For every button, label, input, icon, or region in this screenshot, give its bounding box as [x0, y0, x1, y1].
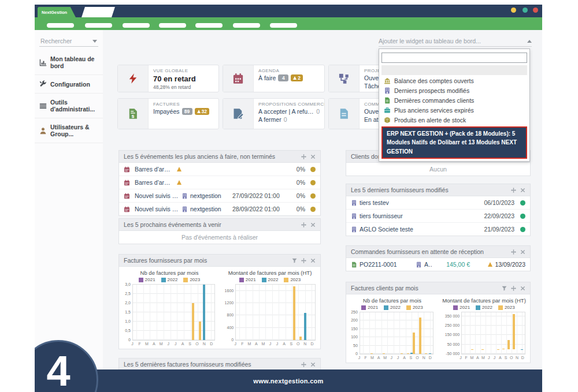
- menu-pill[interactable]: [47, 23, 74, 28]
- axis-label: O: [194, 342, 201, 346]
- legend-label: 2022: [168, 277, 178, 282]
- supplier-row[interactable]: tiers testev 06/10/2023: [346, 196, 530, 210]
- event-row[interactable]: Barres d'armature de fer 0%: [119, 163, 320, 176]
- gridline: [171, 285, 171, 340]
- kpi-box-propositions[interactable]: PROPOSITIONS COMMERCI... A accepter | A …: [223, 98, 325, 129]
- list-icon: [39, 102, 47, 110]
- menu-pill[interactable]: [195, 23, 223, 28]
- brand-tab[interactable]: NextGestion: [38, 7, 76, 17]
- menu-pill[interactable]: [85, 23, 112, 28]
- axis-tick-label: 0,5: [125, 328, 131, 333]
- company-link[interactable]: nextgestion: [190, 206, 221, 212]
- event-link[interactable]: Nouvel suivis des SAV crée - 1...: [135, 192, 181, 199]
- kpi-body: VUE GLOBALE 70 en retard 48,28% en retar…: [149, 65, 201, 92]
- kpi-box-factures[interactable]: FACTURES Impayées 89 32: [117, 98, 219, 129]
- move-icon[interactable]: [511, 249, 516, 255]
- proposals-close-link[interactable]: A fermer: [258, 116, 281, 123]
- order-ref-link[interactable]: PO2211-0001: [360, 261, 397, 268]
- menu-pill[interactable]: [233, 23, 260, 28]
- gridline: [486, 312, 486, 354]
- axis-label: D: [520, 356, 525, 360]
- kpi-body: FACTURES Impayées 89 32: [149, 99, 214, 129]
- close-icon[interactable]: [520, 249, 525, 255]
- supplier-row[interactable]: AGLO Societe teste 21/09/2023: [346, 223, 530, 236]
- order-row[interactable]: PO2211-0001 AGLO Societe teste 145,00 € …: [346, 258, 530, 271]
- axis-label: A: [179, 342, 186, 346]
- close-icon[interactable]: [310, 154, 316, 159]
- gridline: [272, 285, 273, 340]
- chart-title: Nb de factures par mois: [346, 297, 438, 304]
- move-icon[interactable]: [511, 188, 516, 193]
- event-link[interactable]: Nouvel suivis des SAV crée - 2...: [135, 206, 181, 212]
- event-row[interactable]: Nouvel suivis des SAV crée - 2... nextge…: [119, 203, 320, 215]
- footer-url[interactable]: www.nextgestion.com: [253, 378, 323, 384]
- x-axis: JFMAMJJASOND: [231, 341, 320, 349]
- gridline: [424, 312, 424, 354]
- supplier-link[interactable]: tiers testev: [360, 199, 389, 206]
- supplier-date: 21/09/2023: [469, 226, 514, 233]
- count-badge: 89: [182, 108, 192, 115]
- gridline: [462, 344, 525, 345]
- move-icon[interactable]: [301, 362, 306, 367]
- warning-triangle-icon: [177, 167, 181, 171]
- axis-tick-label: 800: [227, 313, 234, 317]
- main-content: VUE GLOBALE 70 en retard 48,28% en retar…: [103, 30, 542, 369]
- gridline: [253, 285, 253, 340]
- add-widget-dropdown: Balance des comptes ouverts Derniers pro…: [379, 48, 530, 162]
- menu-pill[interactable]: [270, 23, 297, 28]
- close-icon[interactable]: [310, 222, 316, 227]
- move-icon[interactable]: [301, 258, 306, 263]
- sidebar-item-users-groups[interactable]: Utilisateurs & Group...: [35, 118, 103, 143]
- filter-icon[interactable]: [502, 286, 507, 291]
- axis-tick-label: 2,0: [125, 301, 131, 305]
- supplier-link[interactable]: tiers fournisseur: [360, 212, 403, 219]
- kpi-box-vue-globale[interactable]: VUE GLOBALE 70 en retard 48,28% en retar…: [117, 65, 219, 92]
- dropdown-option-balance[interactable]: Balance des comptes ouverts: [381, 76, 527, 86]
- gridline: [236, 303, 315, 303]
- dropdown-option-services-expires[interactable]: Plus anciens services expirés: [381, 106, 527, 115]
- gridline: [360, 337, 433, 337]
- dropdown-option-alerte-stock[interactable]: Produits en alerte de stock: [381, 115, 527, 125]
- move-icon[interactable]: [301, 154, 306, 159]
- dropdown-option-prospects[interactable]: Derniers prospects modifiés: [381, 86, 527, 96]
- axis-tick-label: 150: [351, 326, 358, 330]
- sidebar-item-dashboard[interactable]: Mon tableau de bord: [35, 50, 103, 75]
- event-row[interactable]: Nouvel suivis des SAV crée - 1... nextge…: [119, 189, 320, 203]
- invoices-unpaid-link[interactable]: Impayées: [153, 108, 180, 115]
- move-icon[interactable]: [301, 222, 306, 227]
- sidebar-item-admin-tools[interactable]: Outils d'administrati...: [35, 94, 103, 118]
- chart-title: Montant de factures par mois (HT): [220, 270, 320, 276]
- event-row[interactable]: Barres d'armature de fer 0%: [119, 176, 320, 189]
- axis-label: M: [382, 356, 388, 360]
- legend-swatch: [262, 278, 266, 282]
- menu-pill[interactable]: [159, 23, 186, 28]
- company-link[interactable]: AGLO Societe teste: [424, 261, 432, 268]
- move-icon[interactable]: [511, 286, 516, 291]
- filter-icon[interactable]: [292, 258, 297, 263]
- dropdown-search-input[interactable]: [381, 53, 527, 63]
- search-select[interactable]: Rechercher: [39, 36, 98, 47]
- close-icon[interactable]: [520, 286, 525, 291]
- supplier-link[interactable]: AGLO Societe teste: [360, 226, 413, 233]
- erp-pack-banner[interactable]: ERP NEXT GESTION + (Pack de 18 Modules):…: [381, 126, 527, 159]
- close-icon[interactable]: [310, 258, 316, 263]
- proposals-accept-link[interactable]: A accepter | A refuser: [258, 108, 314, 115]
- supplier-row[interactable]: tiers fournisseur 22/09/2023: [346, 210, 530, 223]
- agenda-todo-link[interactable]: À faire: [258, 74, 276, 81]
- dropdown-option-commandes-clients[interactable]: Dernières commandes clients: [381, 96, 527, 106]
- menu-pill[interactable]: [123, 23, 150, 28]
- widget-title: Les 5 événements les plus anciens à fair…: [124, 153, 301, 160]
- add-widget-select[interactable]: Ajouter le widget au tableau de bord...: [379, 36, 532, 47]
- axis-label: S: [288, 342, 295, 346]
- close-icon[interactable]: [310, 362, 316, 367]
- event-link[interactable]: Barres d'armature de fer: [135, 166, 175, 173]
- option-label: Produits en alerte de stock: [394, 117, 466, 124]
- calendar-icon: [124, 193, 130, 199]
- event-link[interactable]: Barres d'armature de fer: [135, 179, 175, 186]
- sidebar-item-configuration[interactable]: Configuration: [35, 75, 103, 94]
- kpi-icon-cell: [223, 65, 254, 92]
- company-link[interactable]: nextgestion: [190, 192, 221, 199]
- close-icon[interactable]: [520, 188, 525, 193]
- dropdown-empty-option[interactable]: [381, 65, 527, 75]
- kpi-box-agenda[interactable]: AGENDA À faire 4 2: [223, 65, 325, 92]
